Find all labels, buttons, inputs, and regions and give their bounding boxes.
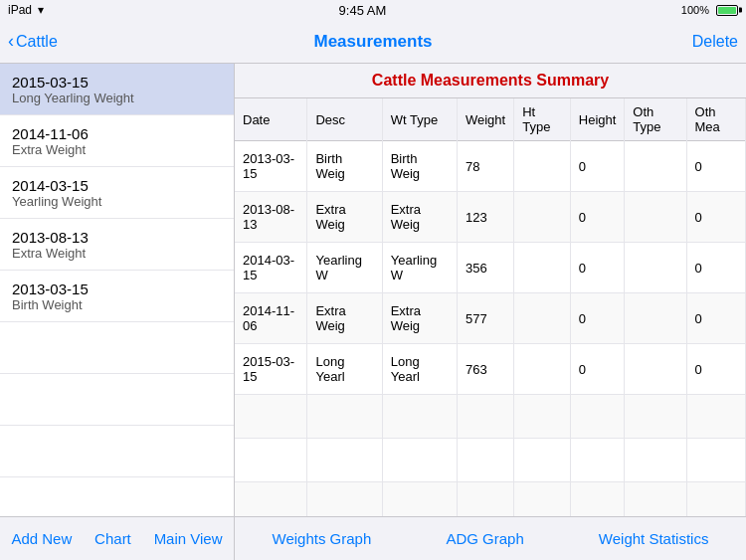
status-left: iPad ▾ [8,3,44,17]
table-empty-cell [382,395,457,439]
sidebar-item[interactable]: 2013-03-15Birth Weight [0,271,234,322]
sidebar-item-date: 2014-11-06 [12,125,222,142]
table-empty-cell [382,439,457,482]
table-empty-cell [686,395,745,439]
table-cell: 763 [457,344,513,395]
sidebar-item-name: Extra Weight [12,246,222,261]
table-cell: 0 [570,141,625,192]
table-empty-cell [514,439,571,482]
table-cell [625,344,686,395]
table-cell: Extra Weig [307,293,382,344]
table-cell: Extra Weig [307,192,382,243]
table-cell: 0 [686,293,745,344]
sidebar-item-date: 2014-03-15 [12,177,222,194]
table-cell: 0 [570,192,625,243]
table-empty-cell [686,482,745,517]
table-cell [625,243,686,293]
time-label: 9:45 AM [339,3,387,18]
back-button[interactable]: ‹ Cattle [8,31,58,52]
table-empty-cell [235,395,307,439]
sidebar-item[interactable]: 2014-11-06Extra Weight [0,115,234,167]
table-row[interactable]: 2013-08-13Extra WeigExtra Weig12300 [235,192,746,243]
table-cell: 0 [686,192,745,243]
sidebar-item-name: Birth Weight [12,297,222,312]
table-empty-cell [625,482,686,517]
table-header-cell: Oth Type [625,98,686,141]
table-row[interactable]: 2015-03-15Long YearlLong Yearl76300 [235,344,746,395]
table-empty-cell [235,439,307,482]
table-cell: Yearling W [382,243,457,293]
bottom-left-toolbar: Add New Chart Main View [0,516,235,560]
sidebar: 2015-03-15Long Yearling Weight2014-11-06… [0,64,235,516]
sidebar-item[interactable]: 2013-08-13Extra Weight [0,219,234,271]
table-header-cell: Date [235,98,307,141]
table-cell: Long Yearl [382,344,457,395]
table-cell: 0 [570,243,625,293]
table-cell: 2014-03-15 [235,243,307,293]
table-header-cell: Wt Type [382,98,457,141]
table-empty-cell [457,395,513,439]
table-header-cell: Desc [307,98,382,141]
table-cell: 356 [457,243,513,293]
bottom-bar: Add New Chart Main View Weights Graph AD… [0,516,746,560]
table-cell: Yearling W [307,243,382,293]
table-cell: Extra Weig [382,192,457,243]
table-empty-row [235,439,746,482]
sidebar-item-name: Yearling Weight [12,194,222,209]
table-cell: 0 [686,141,745,192]
table-row[interactable]: 2013-03-15Birth WeigBirth Weig7800 [235,141,746,192]
table-body: 2013-03-15Birth WeigBirth Weig78002013-0… [235,141,746,517]
table-cell: 0 [686,344,745,395]
table-empty-cell [514,482,571,517]
table-empty-cell [457,482,513,517]
back-label: Cattle [16,33,58,51]
sidebar-item-date: 2015-03-15 [12,74,222,91]
sidebar-item-name: Extra Weight [12,142,222,157]
weights-graph-button[interactable]: Weights Graph [273,530,372,547]
table-cell [514,141,571,192]
table-empty-cell [514,395,571,439]
table-empty-cell [625,439,686,482]
table-cell: 0 [686,243,745,293]
table-cell: 2013-03-15 [235,141,307,192]
table-header: DateDescWt TypeWeightHt TypeHeightOth Ty… [235,98,746,141]
table-cell: 0 [570,293,625,344]
main-view-button[interactable]: Main View [154,530,223,547]
table-cell: 2015-03-15 [235,344,307,395]
chart-button[interactable]: Chart [94,530,131,547]
table-header-row: DateDescWt TypeWeightHt TypeHeightOth Ty… [235,98,746,141]
table-cell: 2013-08-13 [235,192,307,243]
table-row[interactable]: 2014-11-06Extra WeigExtra Weig57700 [235,293,746,344]
table-empty-cell [382,482,457,517]
table-empty-cell [307,482,382,517]
right-header-title: Cattle Measurements Summary [235,64,746,98]
sidebar-empty-row [0,374,234,426]
add-new-button[interactable]: Add New [11,530,72,547]
table-empty-row [235,395,746,439]
sidebar-item[interactable]: 2014-03-15Yearling Weight [0,167,234,219]
table-empty-row [235,482,746,517]
wifi-icon: ▾ [38,3,44,17]
weight-statistics-button[interactable]: Weight Statistics [599,530,709,547]
table-cell: Long Yearl [307,344,382,395]
table-cell: 78 [457,141,513,192]
table-empty-cell [307,395,382,439]
table-cell [625,141,686,192]
bottom-right-toolbar: Weights Graph ADG Graph Weight Statistic… [235,516,746,560]
back-chevron-icon: ‹ [8,31,14,52]
table-empty-cell [686,439,745,482]
adg-graph-button[interactable]: ADG Graph [446,530,523,547]
delete-button[interactable]: Delete [692,33,738,51]
table-cell: 577 [457,293,513,344]
table-empty-cell [235,482,307,517]
table-row[interactable]: 2014-03-15Yearling WYearling W35600 [235,243,746,293]
status-right: 100% [681,4,738,16]
table-cell: 123 [457,192,513,243]
table-cell: Birth Weig [307,141,382,192]
sidebar-item-date: 2013-08-13 [12,229,222,246]
table-cell: Extra Weig [382,293,457,344]
table-header-cell: Weight [457,98,513,141]
table-cell [514,243,571,293]
sidebar-empty-row [0,322,234,374]
sidebar-item[interactable]: 2015-03-15Long Yearling Weight [0,64,234,115]
